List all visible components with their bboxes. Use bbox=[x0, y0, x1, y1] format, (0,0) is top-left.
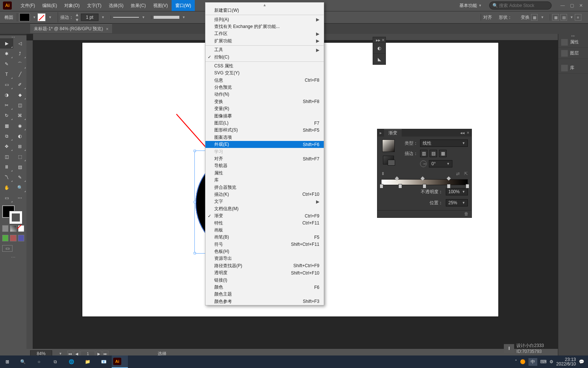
window-menu-item[interactable]: 颜色参考Shift+F3 bbox=[205, 298, 324, 305]
window-menu-item[interactable]: 画板 bbox=[205, 227, 324, 234]
start-button[interactable]: ⊞ bbox=[0, 355, 15, 368]
stroke-gradient-across-icon[interactable]: ▦ bbox=[439, 150, 447, 157]
stroke-profile-sample[interactable] bbox=[154, 16, 179, 19]
window-menu-item[interactable]: CSS 属性 bbox=[205, 63, 324, 70]
window-menu-item[interactable]: 文档信息(M) bbox=[205, 205, 324, 212]
window-menu-item[interactable]: 新建窗口(W) bbox=[205, 7, 324, 14]
tray-clock[interactable]: 23:132022/6/10 bbox=[556, 357, 576, 366]
isolate-icon[interactable]: ▦ bbox=[552, 14, 559, 21]
workspace-switcher[interactable]: 基本功能▼ bbox=[456, 3, 485, 9]
ruler-vertical[interactable] bbox=[26, 40, 33, 358]
tool-2[interactable]: ✱ bbox=[0, 49, 13, 59]
none-mode-icon[interactable] bbox=[18, 225, 24, 232]
gradient-type-select[interactable]: 线性▼ bbox=[420, 139, 468, 147]
window-menu-item[interactable]: 图层(L)F7 bbox=[205, 120, 324, 127]
window-menu-item[interactable]: 属性 bbox=[205, 170, 324, 177]
tray-notification-icon[interactable]: 💬 bbox=[579, 359, 584, 364]
menu-edit[interactable]: 编辑(E) bbox=[39, 0, 61, 11]
panel-menu-icon[interactable]: ▸ bbox=[380, 130, 382, 135]
gradient-stop[interactable] bbox=[398, 184, 402, 188]
gradient-aspect-icon[interactable]: ⬍ bbox=[381, 171, 385, 176]
tool-25[interactable]: ▤ bbox=[13, 162, 26, 172]
tool-6[interactable]: T bbox=[0, 69, 13, 79]
window-menu-item[interactable]: 图形样式(S)Shift+F5 bbox=[205, 127, 324, 134]
window-menu-item[interactable]: 描边(K)Ctrl+F10 bbox=[205, 191, 324, 198]
window-menu-item[interactable]: 外观(E)Shift+F6 bbox=[205, 141, 324, 148]
window-menu-item[interactable]: 特性Ctrl+F11 bbox=[205, 219, 324, 226]
menu-grip[interactable]: ▴ bbox=[205, 3, 324, 7]
tool-15[interactable]: ⌘ bbox=[13, 110, 26, 121]
task-explorer[interactable]: 📁 bbox=[79, 355, 96, 368]
menu-view[interactable]: 视图(V) bbox=[150, 0, 172, 11]
window-menu-item[interactable]: 路径查找器(P)Shift+Ctrl+F9 bbox=[205, 262, 324, 269]
tool-9[interactable]: ✐ bbox=[13, 79, 26, 90]
menu-select[interactable]: 选择(S) bbox=[105, 0, 127, 11]
tool-28[interactable]: ✋ bbox=[0, 183, 13, 193]
tray-settings-icon[interactable]: ⚙ bbox=[549, 359, 553, 364]
window-menu-item[interactable]: 图案选项 bbox=[205, 134, 324, 141]
window-menu-item[interactable]: 色板(H) bbox=[205, 248, 324, 255]
gradient-stop[interactable] bbox=[447, 184, 451, 188]
screen-mode-icon[interactable]: ▭ bbox=[2, 245, 12, 252]
close-icon[interactable]: ✕ bbox=[579, 3, 583, 8]
gradient-stop[interactable] bbox=[423, 184, 426, 188]
tool-20[interactable]: ✥ bbox=[0, 141, 13, 152]
window-menu-item[interactable]: 画笔(B)F5 bbox=[205, 234, 324, 241]
draw-normal-icon[interactable] bbox=[2, 235, 8, 241]
window-menu-item[interactable]: 变量(R) bbox=[205, 105, 324, 112]
window-menu-item[interactable]: 库 bbox=[205, 177, 324, 184]
stroke-gradient-along-icon[interactable]: ▤ bbox=[430, 150, 437, 157]
window-menu-item[interactable]: 扩展功能▶ bbox=[205, 38, 324, 45]
more-icon[interactable]: ≡ bbox=[575, 14, 581, 21]
tool-8[interactable]: ▭ bbox=[0, 79, 13, 90]
gradient-link-icon[interactable]: ⇱ bbox=[464, 171, 468, 176]
tray-chevron-icon[interactable]: ˄ bbox=[515, 359, 517, 364]
window-menu-item[interactable]: 图像描摹 bbox=[205, 112, 324, 119]
window-menu-item[interactable]: 变换Shift+F8 bbox=[205, 98, 324, 105]
window-menu-item[interactable]: 分色预览 bbox=[205, 84, 324, 91]
window-menu-item[interactable]: 资源导出 bbox=[205, 255, 324, 262]
tray-lang[interactable]: 中 bbox=[528, 358, 537, 366]
menu-type[interactable]: 文字(T) bbox=[83, 0, 105, 11]
panel-collapse-icon[interactable]: ◂◂ bbox=[460, 130, 465, 135]
window-menu-item[interactable]: 动作(N) bbox=[205, 91, 324, 98]
window-menu-item[interactable]: 符号Shift+Ctrl+F11 bbox=[205, 241, 324, 248]
color-mode-icon[interactable] bbox=[2, 225, 8, 232]
tool-29[interactable]: 🔍 bbox=[13, 183, 26, 193]
gradient-fill-stroke-toggle[interactable] bbox=[383, 156, 394, 164]
tool-19[interactable]: ◐ bbox=[13, 131, 26, 141]
gradient-angle-input[interactable]: 0°▼ bbox=[429, 160, 452, 167]
tool-12[interactable]: ✂ bbox=[0, 100, 13, 110]
stroke-gradient-within-icon[interactable]: ▥ bbox=[420, 150, 427, 157]
window-menu-item[interactable]: 查找有关 Exchange 的扩展功能... bbox=[205, 23, 324, 30]
window-menu-item[interactable]: 工作区▶ bbox=[205, 30, 324, 37]
dock-libraries[interactable]: 库 bbox=[558, 63, 588, 74]
window-menu-item[interactable]: 文字▶ bbox=[205, 198, 324, 205]
tool-23[interactable]: ⬚ bbox=[13, 152, 26, 162]
window-menu-item[interactable]: 导航器 bbox=[205, 162, 324, 169]
window-menu-item[interactable]: 透明度Shift+Ctrl+F10 bbox=[205, 269, 324, 276]
search-stock[interactable]: 🔍 搜索 Adobe Stock bbox=[489, 1, 552, 10]
floating-mini-panel[interactable]: ▸▸× ◐ ◣ bbox=[373, 37, 386, 65]
task-edge[interactable]: 🌐 bbox=[63, 355, 79, 368]
transform-icon[interactable]: ▦ bbox=[531, 14, 538, 21]
tool-30[interactable]: ▭ bbox=[0, 193, 13, 203]
color-panel-icon[interactable]: ◐ bbox=[373, 42, 386, 53]
stroke-dash-sample[interactable] bbox=[113, 17, 139, 18]
menu-effect[interactable]: 效果(C) bbox=[127, 0, 150, 11]
panel-collapse-icon[interactable]: ▸▸ bbox=[376, 38, 380, 42]
window-menu-item[interactable]: 工具▶ bbox=[205, 46, 324, 53]
window-menu-item[interactable]: 链接(I) bbox=[205, 276, 324, 283]
delete-stop-icon[interactable]: 🗑 bbox=[464, 211, 469, 217]
tool-21[interactable]: ⊞ bbox=[13, 141, 26, 152]
panel-close-icon[interactable]: × bbox=[382, 38, 384, 42]
gradient-midpoint[interactable] bbox=[421, 176, 425, 180]
gradient-stop[interactable] bbox=[380, 184, 383, 188]
tool-4[interactable]: ✎ bbox=[0, 59, 13, 69]
menu-object[interactable]: 对象(O) bbox=[61, 0, 83, 11]
draw-inside-icon[interactable] bbox=[18, 235, 24, 241]
window-menu-item[interactable]: 拼合器预览 bbox=[205, 184, 324, 191]
menu-window[interactable]: 窗口(W) bbox=[172, 0, 195, 11]
window-menu-item[interactable]: ✓渐变Ctrl+F9 bbox=[205, 212, 324, 219]
tool-3[interactable]: ⤴ bbox=[13, 49, 26, 59]
